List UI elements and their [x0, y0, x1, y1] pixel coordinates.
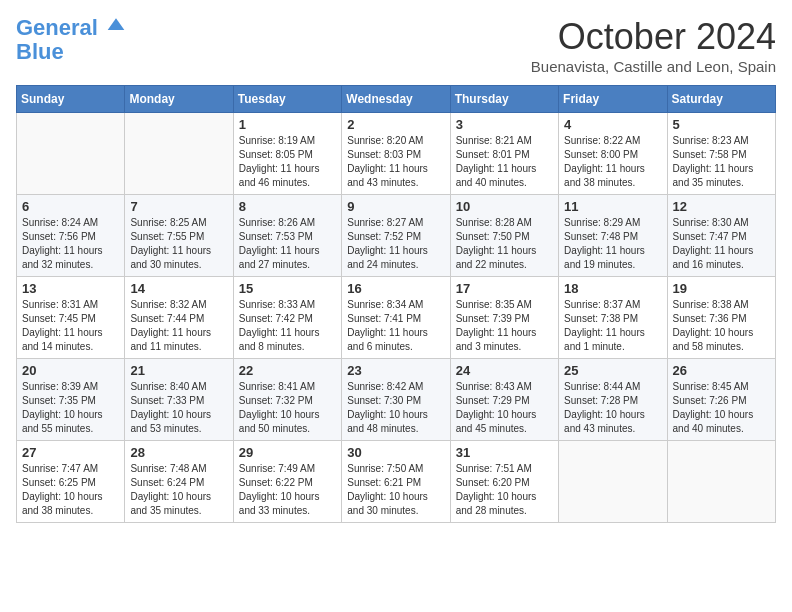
page-header: General Blue October 2024 Buenavista, Ca…: [16, 16, 776, 75]
day-info: Sunrise: 8:31 AM Sunset: 7:45 PM Dayligh…: [22, 298, 119, 354]
calendar-cell: 19Sunrise: 8:38 AM Sunset: 7:36 PM Dayli…: [667, 277, 775, 359]
weekday-header-thursday: Thursday: [450, 86, 558, 113]
weekday-header-friday: Friday: [559, 86, 667, 113]
day-info: Sunrise: 8:19 AM Sunset: 8:05 PM Dayligh…: [239, 134, 336, 190]
calendar-cell: [125, 113, 233, 195]
day-info: Sunrise: 8:32 AM Sunset: 7:44 PM Dayligh…: [130, 298, 227, 354]
day-number: 12: [673, 199, 770, 214]
calendar-cell: 20Sunrise: 8:39 AM Sunset: 7:35 PM Dayli…: [17, 359, 125, 441]
logo: General Blue: [16, 16, 126, 64]
calendar-header-row: SundayMondayTuesdayWednesdayThursdayFrid…: [17, 86, 776, 113]
calendar-cell: 5Sunrise: 8:23 AM Sunset: 7:58 PM Daylig…: [667, 113, 775, 195]
day-number: 18: [564, 281, 661, 296]
day-number: 11: [564, 199, 661, 214]
day-number: 2: [347, 117, 444, 132]
day-number: 7: [130, 199, 227, 214]
calendar-cell: [559, 441, 667, 523]
day-info: Sunrise: 8:45 AM Sunset: 7:26 PM Dayligh…: [673, 380, 770, 436]
calendar-cell: 9Sunrise: 8:27 AM Sunset: 7:52 PM Daylig…: [342, 195, 450, 277]
calendar-cell: 26Sunrise: 8:45 AM Sunset: 7:26 PM Dayli…: [667, 359, 775, 441]
day-number: 8: [239, 199, 336, 214]
weekday-header-tuesday: Tuesday: [233, 86, 341, 113]
day-info: Sunrise: 8:37 AM Sunset: 7:38 PM Dayligh…: [564, 298, 661, 354]
day-number: 17: [456, 281, 553, 296]
day-number: 3: [456, 117, 553, 132]
day-number: 1: [239, 117, 336, 132]
calendar-table: SundayMondayTuesdayWednesdayThursdayFrid…: [16, 85, 776, 523]
day-info: Sunrise: 7:49 AM Sunset: 6:22 PM Dayligh…: [239, 462, 336, 518]
day-info: Sunrise: 8:41 AM Sunset: 7:32 PM Dayligh…: [239, 380, 336, 436]
calendar-week-row: 27Sunrise: 7:47 AM Sunset: 6:25 PM Dayli…: [17, 441, 776, 523]
day-info: Sunrise: 8:42 AM Sunset: 7:30 PM Dayligh…: [347, 380, 444, 436]
day-number: 29: [239, 445, 336, 460]
calendar-cell: 2Sunrise: 8:20 AM Sunset: 8:03 PM Daylig…: [342, 113, 450, 195]
calendar-cell: 10Sunrise: 8:28 AM Sunset: 7:50 PM Dayli…: [450, 195, 558, 277]
location-text: Buenavista, Castille and Leon, Spain: [531, 58, 776, 75]
calendar-cell: 25Sunrise: 8:44 AM Sunset: 7:28 PM Dayli…: [559, 359, 667, 441]
day-number: 30: [347, 445, 444, 460]
day-number: 31: [456, 445, 553, 460]
day-info: Sunrise: 8:33 AM Sunset: 7:42 PM Dayligh…: [239, 298, 336, 354]
calendar-cell: 17Sunrise: 8:35 AM Sunset: 7:39 PM Dayli…: [450, 277, 558, 359]
day-info: Sunrise: 8:35 AM Sunset: 7:39 PM Dayligh…: [456, 298, 553, 354]
day-number: 23: [347, 363, 444, 378]
day-info: Sunrise: 8:39 AM Sunset: 7:35 PM Dayligh…: [22, 380, 119, 436]
day-info: Sunrise: 7:51 AM Sunset: 6:20 PM Dayligh…: [456, 462, 553, 518]
svg-marker-0: [108, 19, 125, 31]
title-block: October 2024 Buenavista, Castille and Le…: [531, 16, 776, 75]
day-number: 10: [456, 199, 553, 214]
calendar-cell: 13Sunrise: 8:31 AM Sunset: 7:45 PM Dayli…: [17, 277, 125, 359]
weekday-header-monday: Monday: [125, 86, 233, 113]
calendar-cell: 28Sunrise: 7:48 AM Sunset: 6:24 PM Dayli…: [125, 441, 233, 523]
day-number: 15: [239, 281, 336, 296]
day-info: Sunrise: 7:48 AM Sunset: 6:24 PM Dayligh…: [130, 462, 227, 518]
day-info: Sunrise: 8:25 AM Sunset: 7:55 PM Dayligh…: [130, 216, 227, 272]
day-number: 9: [347, 199, 444, 214]
calendar-cell: 31Sunrise: 7:51 AM Sunset: 6:20 PM Dayli…: [450, 441, 558, 523]
calendar-cell: 30Sunrise: 7:50 AM Sunset: 6:21 PM Dayli…: [342, 441, 450, 523]
calendar-cell: 29Sunrise: 7:49 AM Sunset: 6:22 PM Dayli…: [233, 441, 341, 523]
logo-text: General Blue: [16, 16, 126, 64]
calendar-cell: 27Sunrise: 7:47 AM Sunset: 6:25 PM Dayli…: [17, 441, 125, 523]
day-info: Sunrise: 7:50 AM Sunset: 6:21 PM Dayligh…: [347, 462, 444, 518]
calendar-cell: 3Sunrise: 8:21 AM Sunset: 8:01 PM Daylig…: [450, 113, 558, 195]
day-info: Sunrise: 8:27 AM Sunset: 7:52 PM Dayligh…: [347, 216, 444, 272]
weekday-header-wednesday: Wednesday: [342, 86, 450, 113]
month-title: October 2024: [531, 16, 776, 58]
calendar-cell: 12Sunrise: 8:30 AM Sunset: 7:47 PM Dayli…: [667, 195, 775, 277]
day-info: Sunrise: 8:43 AM Sunset: 7:29 PM Dayligh…: [456, 380, 553, 436]
day-number: 22: [239, 363, 336, 378]
day-info: Sunrise: 8:44 AM Sunset: 7:28 PM Dayligh…: [564, 380, 661, 436]
calendar-cell: 21Sunrise: 8:40 AM Sunset: 7:33 PM Dayli…: [125, 359, 233, 441]
day-info: Sunrise: 8:34 AM Sunset: 7:41 PM Dayligh…: [347, 298, 444, 354]
weekday-header-sunday: Sunday: [17, 86, 125, 113]
calendar-cell: 4Sunrise: 8:22 AM Sunset: 8:00 PM Daylig…: [559, 113, 667, 195]
calendar-cell: 23Sunrise: 8:42 AM Sunset: 7:30 PM Dayli…: [342, 359, 450, 441]
day-info: Sunrise: 8:29 AM Sunset: 7:48 PM Dayligh…: [564, 216, 661, 272]
calendar-cell: [17, 113, 125, 195]
day-number: 5: [673, 117, 770, 132]
day-number: 24: [456, 363, 553, 378]
day-info: Sunrise: 8:21 AM Sunset: 8:01 PM Dayligh…: [456, 134, 553, 190]
day-info: Sunrise: 8:30 AM Sunset: 7:47 PM Dayligh…: [673, 216, 770, 272]
day-info: Sunrise: 8:28 AM Sunset: 7:50 PM Dayligh…: [456, 216, 553, 272]
calendar-cell: 16Sunrise: 8:34 AM Sunset: 7:41 PM Dayli…: [342, 277, 450, 359]
day-info: Sunrise: 8:40 AM Sunset: 7:33 PM Dayligh…: [130, 380, 227, 436]
calendar-cell: 14Sunrise: 8:32 AM Sunset: 7:44 PM Dayli…: [125, 277, 233, 359]
day-number: 14: [130, 281, 227, 296]
calendar-cell: 6Sunrise: 8:24 AM Sunset: 7:56 PM Daylig…: [17, 195, 125, 277]
day-info: Sunrise: 8:24 AM Sunset: 7:56 PM Dayligh…: [22, 216, 119, 272]
calendar-cell: [667, 441, 775, 523]
day-info: Sunrise: 8:26 AM Sunset: 7:53 PM Dayligh…: [239, 216, 336, 272]
calendar-cell: 18Sunrise: 8:37 AM Sunset: 7:38 PM Dayli…: [559, 277, 667, 359]
calendar-cell: 7Sunrise: 8:25 AM Sunset: 7:55 PM Daylig…: [125, 195, 233, 277]
day-number: 20: [22, 363, 119, 378]
calendar-cell: 8Sunrise: 8:26 AM Sunset: 7:53 PM Daylig…: [233, 195, 341, 277]
day-number: 25: [564, 363, 661, 378]
calendar-cell: 11Sunrise: 8:29 AM Sunset: 7:48 PM Dayli…: [559, 195, 667, 277]
day-number: 28: [130, 445, 227, 460]
day-number: 13: [22, 281, 119, 296]
day-number: 27: [22, 445, 119, 460]
day-number: 19: [673, 281, 770, 296]
calendar-cell: 1Sunrise: 8:19 AM Sunset: 8:05 PM Daylig…: [233, 113, 341, 195]
